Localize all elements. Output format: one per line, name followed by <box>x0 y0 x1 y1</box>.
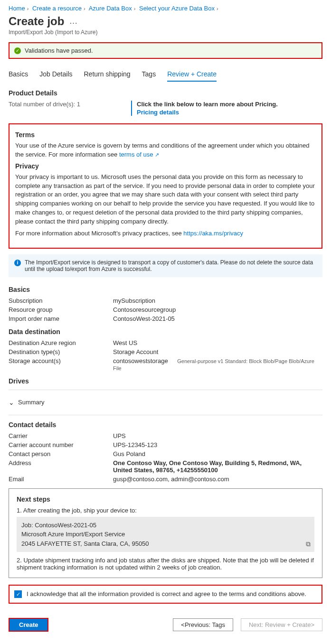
copy-icon[interactable]: ⧉ <box>306 539 311 549</box>
drives-summary-toggle[interactable]: ⌄ Summary <box>9 395 322 410</box>
privacy-heading: Privacy <box>15 162 316 170</box>
breadcrumb-home[interactable]: Home <box>9 5 25 12</box>
info-text: The Import/Export service is designed to… <box>25 259 317 272</box>
carrier-value: UPS <box>113 432 322 439</box>
ack-checkbox[interactable]: ✓ <box>14 590 22 598</box>
contact-person-label: Contact person <box>9 450 113 457</box>
drives-summary-label: Summary <box>18 399 45 406</box>
acknowledgement-box: ✓ I acknowledge that all the information… <box>9 585 322 604</box>
next-steps-heading: Next steps <box>17 495 314 503</box>
pricing-details-link[interactable]: Pricing details <box>137 109 179 116</box>
dest-type-label: Destination type(s) <box>9 348 113 355</box>
storage-label: Storage account(s) <box>9 357 113 372</box>
email-label: Email <box>9 476 113 483</box>
tab-basics[interactable]: Basics <box>9 68 28 82</box>
ship-line-2: Microsoft Azure Import/Export Service <box>21 530 310 539</box>
terms-privacy-box: Terms Your use of the Azure service is g… <box>9 123 322 249</box>
contact-person-value: Gus Poland <box>113 450 322 457</box>
chevron-down-icon: ⌄ <box>9 399 14 406</box>
email-value: gusp@contoso.com, admin@contoso.com <box>113 476 322 483</box>
privacy-body: Your privacy is important to us. Microso… <box>15 173 316 226</box>
basics-heading: Basics <box>9 286 322 293</box>
ship-line-1: Job: ContosoWest-2021-05 <box>21 521 310 530</box>
product-details-heading: Product Details <box>9 89 322 97</box>
page-title: Create job <box>9 15 64 28</box>
storage-value: contosoweststorage <box>113 357 168 364</box>
shipping-address-box: Job: ContosoWest-2021-05 Microsoft Azure… <box>17 517 314 552</box>
breadcrumb-databox[interactable]: Azure Data Box <box>89 5 132 12</box>
ack-text: I acknowledge that all the information p… <box>27 590 306 597</box>
contact-heading: Contact details <box>9 421 322 429</box>
terms-heading: Terms <box>15 131 316 139</box>
subscription-value: mySubscription <box>113 297 322 304</box>
carrier-acct-value: UPS-12345-123 <box>113 441 322 448</box>
terms-of-use-link[interactable]: terms of use <box>119 151 159 158</box>
breadcrumb-create-resource[interactable]: Create a resource <box>32 5 82 12</box>
rg-value: Contosoresourcegroup <box>113 306 322 313</box>
drive-count-label: Total number of drive(s): 1 <box>9 101 131 116</box>
drives-heading: Drives <box>9 377 322 385</box>
carrier-acct-label: Carrier account number <box>9 441 113 448</box>
region-label: Destination Azure region <box>9 339 113 346</box>
tab-tags[interactable]: Tags <box>142 68 156 82</box>
ship-line-3: 2045 LAFAYETTE ST, Santa Clara, CA, 9505… <box>21 539 310 549</box>
terms-body: Your use of the Azure service is govern … <box>15 142 310 158</box>
previous-button[interactable]: <Previous: Tags <box>173 618 233 631</box>
next-button: Next: Review + Create> <box>241 618 322 631</box>
order-value: ContosoWest-2021-05 <box>113 315 322 322</box>
tab-review-create[interactable]: Review + Create <box>167 68 217 82</box>
address-value: One Contoso Way, One Contoso Way, Buildi… <box>113 459 322 474</box>
pricing-message: Click the link below to learn more about… <box>137 101 278 108</box>
check-circle-icon: ✓ <box>14 47 21 54</box>
more-actions-icon[interactable]: … <box>69 17 77 25</box>
tab-return-shipping[interactable]: Return shipping <box>84 68 131 82</box>
create-button[interactable]: Create <box>9 618 48 632</box>
page-subtitle: Import/Export Job (Import to Azure) <box>9 29 322 36</box>
destination-heading: Data destination <box>9 328 322 336</box>
region-value: West US <box>113 339 322 346</box>
info-banner: i The Import/Export service is designed … <box>9 254 322 277</box>
address-label: Address <box>9 459 113 474</box>
carrier-label: Carrier <box>9 432 113 439</box>
validation-text: Validations have passed. <box>25 47 93 54</box>
validation-banner: ✓ Validations have passed. <box>9 42 322 59</box>
tab-job-details[interactable]: Job Details <box>39 68 72 82</box>
next-steps-box: Next steps 1. After creating the job, sh… <box>9 488 322 579</box>
order-label: Import order name <box>9 315 113 322</box>
next-step-1: 1. After creating the job, ship your dev… <box>17 507 314 514</box>
subscription-label: Subscription <box>9 297 113 304</box>
dest-type-value: Storage Account <box>113 348 322 355</box>
info-icon: i <box>14 260 21 266</box>
privacy-link[interactable]: https://aka.ms/privacy <box>183 230 243 237</box>
tabs: Basics Job Details Return shipping Tags … <box>9 68 322 82</box>
privacy-footer-prefix: For more information about Microsoft's p… <box>15 230 182 237</box>
breadcrumb: Home› Create a resource› Azure Data Box›… <box>9 5 322 12</box>
next-step-2: 2. Update shipment tracking info and job… <box>17 557 314 571</box>
rg-label: Resource group <box>9 306 113 313</box>
breadcrumb-select-databox[interactable]: Select your Azure Data Box <box>139 5 215 12</box>
